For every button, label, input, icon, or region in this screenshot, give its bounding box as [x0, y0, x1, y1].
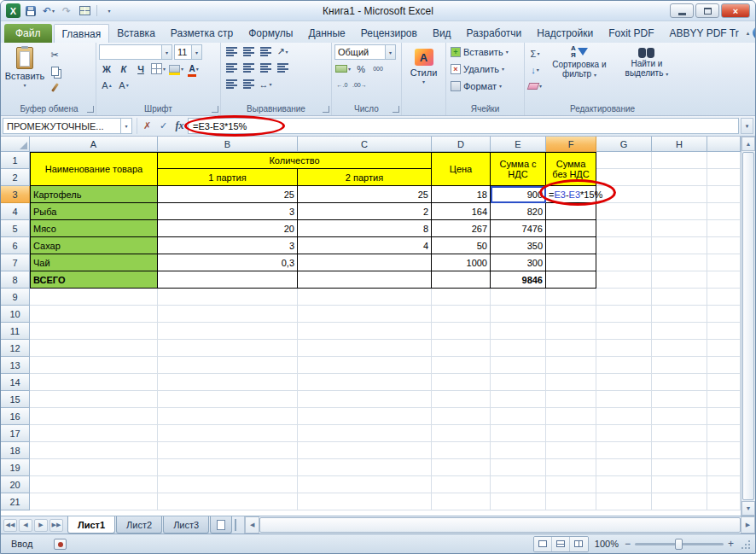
cell-C19[interactable] — [298, 459, 432, 476]
sort-filter-button[interactable]: Сортировка и фильтр ▾ — [545, 44, 614, 102]
format-cells-button[interactable]: Формат▾ — [449, 79, 521, 94]
cell-C11[interactable] — [298, 323, 432, 340]
cell-H8[interactable] — [652, 271, 707, 289]
scroll-right-button[interactable]: ▶ — [741, 516, 755, 534]
row-header-19[interactable]: 19 — [1, 459, 30, 476]
cell-A17[interactable] — [30, 425, 158, 442]
worksheet-grid[interactable]: ABCDEFGH1Наименование товараКоличествоЦе… — [1, 137, 741, 516]
cell-D1[interactable]: Цена — [432, 152, 491, 186]
page-layout-view-button[interactable] — [552, 537, 570, 551]
currency-button[interactable]: ▾ — [334, 61, 352, 76]
cell-F14[interactable] — [546, 374, 596, 391]
row-header-1[interactable]: 1 — [1, 152, 30, 169]
cell-H3[interactable] — [652, 186, 707, 203]
row-header-20[interactable]: 20 — [1, 476, 30, 493]
insert-cells-button[interactable]: +Вставить▾ — [449, 44, 521, 60]
cell-G11[interactable] — [596, 323, 652, 340]
cell-E7[interactable]: 300 — [491, 254, 546, 271]
tab-Главная[interactable]: Главная — [54, 24, 110, 43]
cell-A5[interactable]: Мясо — [30, 220, 158, 237]
cell-C10[interactable] — [298, 306, 432, 323]
cell-C8[interactable] — [298, 271, 432, 289]
cell-C9[interactable] — [298, 289, 432, 306]
cell-E12[interactable] — [491, 340, 546, 357]
autosum-button[interactable]: Σ▾ — [527, 46, 543, 61]
cell-C14[interactable] — [298, 374, 432, 391]
styles-button[interactable]: А Стили ▾ — [404, 44, 443, 115]
cell-D14[interactable] — [432, 374, 491, 391]
cell-D17[interactable] — [432, 425, 491, 442]
cell-C2[interactable]: 2 партия — [298, 169, 432, 186]
cell-F3[interactable]: =E3-E3*15% — [546, 186, 596, 203]
cell-D10[interactable] — [432, 306, 491, 323]
cell-E6[interactable]: 350 — [491, 237, 546, 254]
cell-B12[interactable] — [158, 340, 298, 357]
cell-A10[interactable] — [30, 306, 158, 323]
cell-F5[interactable] — [546, 220, 596, 237]
tab-file[interactable]: Файл — [4, 24, 52, 43]
cell-H17[interactable] — [652, 425, 707, 442]
delete-cells-button[interactable]: ×Удалить▾ — [449, 61, 521, 77]
column-header-E[interactable]: E — [491, 137, 546, 152]
cell-E8[interactable]: 9846 — [491, 271, 546, 289]
cell-B19[interactable] — [158, 459, 298, 476]
sheet-tab-Лист1[interactable]: Лист1 — [67, 516, 115, 534]
cell-H14[interactable] — [652, 374, 707, 391]
cell-F8[interactable] — [546, 271, 596, 289]
cell-C5[interactable]: 8 — [298, 220, 432, 237]
tab-Разработчи[interactable]: Разработчи — [459, 24, 530, 43]
cell-C4[interactable]: 2 — [298, 203, 432, 220]
font-name-combo[interactable]: ▾ — [99, 44, 172, 60]
cell-G20[interactable] — [596, 476, 652, 493]
zoom-slider[interactable]: − + — [625, 538, 734, 550]
resize-grip[interactable] — [740, 536, 753, 551]
cell-D16[interactable] — [432, 408, 491, 425]
format-painter-button[interactable] — [47, 80, 62, 95]
column-header-G[interactable]: G — [596, 137, 652, 152]
cell-D8[interactable] — [432, 271, 491, 289]
cell-H20[interactable] — [652, 476, 707, 493]
cell-G9[interactable] — [596, 289, 652, 306]
merge-center-button[interactable]: ↔▾ — [258, 77, 273, 91]
cell-A19[interactable] — [30, 459, 158, 476]
cell-F13[interactable] — [546, 357, 596, 374]
row-header-17[interactable]: 17 — [1, 425, 30, 442]
cell-D9[interactable] — [432, 289, 491, 306]
cell-C13[interactable] — [298, 357, 432, 374]
column-header-A[interactable]: A — [30, 137, 158, 152]
cell-B6[interactable]: 3 — [158, 237, 298, 254]
vertical-scrollbar[interactable]: ▲ ▼ — [741, 137, 755, 516]
align-bottom-button[interactable] — [258, 44, 273, 59]
cell-B1[interactable]: Количество — [158, 152, 432, 169]
cell-H1[interactable] — [652, 152, 707, 169]
cell-E1[interactable]: Сумма с НДС — [491, 152, 546, 186]
shrink-font-button[interactable]: А — [116, 78, 131, 92]
cell-C7[interactable] — [298, 254, 432, 271]
orientation-button[interactable]: ↗▾ — [275, 44, 290, 59]
row-header-15[interactable]: 15 — [1, 391, 30, 408]
cell-D6[interactable]: 50 — [432, 237, 491, 254]
font-color-button[interactable]: А▾ — [186, 61, 201, 76]
formula-input[interactable]: =E3-E3*15% — [188, 118, 739, 134]
cell-C15[interactable] — [298, 391, 432, 408]
dialog-launcher-icon[interactable] — [87, 106, 94, 113]
cell-H13[interactable] — [652, 357, 707, 374]
row-header-13[interactable]: 13 — [1, 357, 30, 374]
row-header-6[interactable]: 6 — [1, 237, 30, 254]
formula-bar-expand-button[interactable]: ▾ — [741, 118, 753, 134]
tab-Надстройки[interactable]: Надстройки — [529, 24, 601, 43]
tab-ABBYY PDF Tr[interactable]: ABBYY PDF Tr — [662, 24, 747, 43]
increase-indent-button[interactable] — [241, 77, 256, 91]
font-size-combo[interactable]: 11▾ — [174, 44, 202, 60]
tab-Рецензиров[interactable]: Рецензиров — [353, 24, 425, 43]
row-header-16[interactable]: 16 — [1, 408, 30, 425]
wrap-text-button[interactable] — [275, 61, 290, 75]
cell-B14[interactable] — [158, 374, 298, 391]
cell-E13[interactable] — [491, 357, 546, 374]
increase-decimal-button[interactable]: ←.0 — [334, 78, 350, 92]
insert-worksheet-button[interactable] — [210, 516, 232, 534]
tab-Foxit PDF[interactable]: Foxit PDF — [601, 24, 661, 43]
cell-C16[interactable] — [298, 408, 432, 425]
align-right-button[interactable] — [258, 61, 273, 75]
cell-G13[interactable] — [596, 357, 652, 374]
